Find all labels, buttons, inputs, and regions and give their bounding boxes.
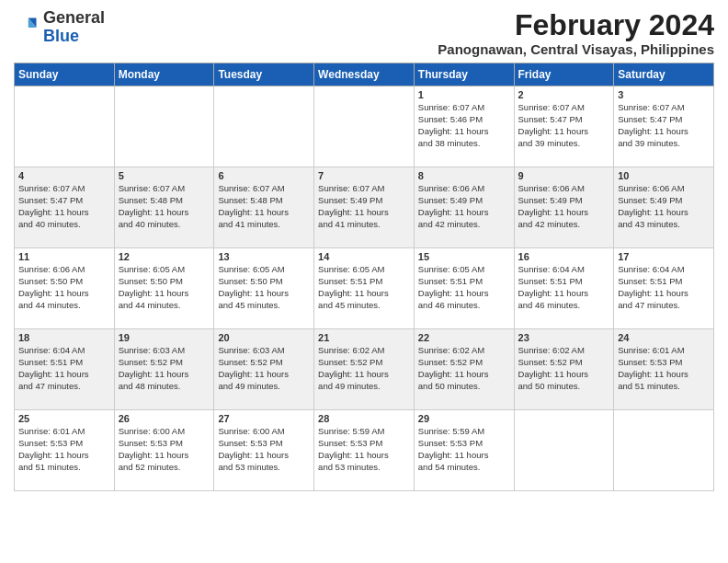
weekday-header-row: SundayMondayTuesdayWednesdayThursdayFrid… xyxy=(15,63,714,86)
calendar-day-cell: 24Sunrise: 6:01 AM Sunset: 5:53 PM Dayli… xyxy=(614,329,714,410)
day-number: 8 xyxy=(418,170,510,181)
day-number: 14 xyxy=(318,251,410,262)
day-info: Sunrise: 6:02 AM Sunset: 5:52 PM Dayligh… xyxy=(318,345,410,392)
logo-icon xyxy=(14,15,40,40)
day-info: Sunrise: 6:07 AM Sunset: 5:48 PM Dayligh… xyxy=(119,183,210,230)
day-info: Sunrise: 6:03 AM Sunset: 5:52 PM Dayligh… xyxy=(218,345,310,392)
day-info: Sunrise: 6:01 AM Sunset: 5:53 PM Dayligh… xyxy=(618,345,710,392)
day-number: 26 xyxy=(119,413,210,424)
day-info: Sunrise: 6:03 AM Sunset: 5:52 PM Dayligh… xyxy=(119,345,210,392)
weekday-header-cell: Friday xyxy=(514,63,614,86)
page-header: General Blue February 2024 Panognawan, C… xyxy=(14,9,714,57)
day-info: Sunrise: 6:06 AM Sunset: 5:49 PM Dayligh… xyxy=(418,183,510,230)
day-info: Sunrise: 5:59 AM Sunset: 5:53 PM Dayligh… xyxy=(418,426,510,473)
calendar-day-cell: 17Sunrise: 6:04 AM Sunset: 5:51 PM Dayli… xyxy=(614,248,714,329)
weekday-header-cell: Tuesday xyxy=(214,63,314,86)
logo: General Blue xyxy=(14,9,105,46)
calendar-day-cell: 23Sunrise: 6:02 AM Sunset: 5:52 PM Dayli… xyxy=(514,329,614,410)
calendar-week-row: 4Sunrise: 6:07 AM Sunset: 5:47 PM Daylig… xyxy=(15,167,714,248)
day-info: Sunrise: 6:02 AM Sunset: 5:52 PM Dayligh… xyxy=(418,345,510,392)
day-info: Sunrise: 6:07 AM Sunset: 5:49 PM Dayligh… xyxy=(318,183,410,230)
calendar-day-cell: 16Sunrise: 6:04 AM Sunset: 5:51 PM Dayli… xyxy=(514,248,614,329)
calendar-day-cell: 14Sunrise: 6:05 AM Sunset: 5:51 PM Dayli… xyxy=(314,248,415,329)
calendar-week-row: 1Sunrise: 6:07 AM Sunset: 5:46 PM Daylig… xyxy=(15,86,714,167)
calendar-day-cell: 18Sunrise: 6:04 AM Sunset: 5:51 PM Dayli… xyxy=(15,329,115,410)
title-area: February 2024 Panognawan, Central Visaya… xyxy=(438,9,714,57)
weekday-header-cell: Sunday xyxy=(15,63,115,86)
day-info: Sunrise: 6:07 AM Sunset: 5:47 PM Dayligh… xyxy=(518,102,610,149)
calendar-table: SundayMondayTuesdayWednesdayThursdayFrid… xyxy=(14,63,714,491)
calendar-day-cell: 8Sunrise: 6:06 AM Sunset: 5:49 PM Daylig… xyxy=(414,167,514,248)
calendar-week-row: 25Sunrise: 6:01 AM Sunset: 5:53 PM Dayli… xyxy=(15,410,714,491)
weekday-header-cell: Saturday xyxy=(614,63,714,86)
day-number: 19 xyxy=(119,332,210,343)
calendar-day-cell: 6Sunrise: 6:07 AM Sunset: 5:48 PM Daylig… xyxy=(214,167,314,248)
calendar-day-cell: 9Sunrise: 6:06 AM Sunset: 5:49 PM Daylig… xyxy=(514,167,614,248)
calendar-day-cell: 21Sunrise: 6:02 AM Sunset: 5:52 PM Dayli… xyxy=(314,329,415,410)
calendar-day-cell: 26Sunrise: 6:00 AM Sunset: 5:53 PM Dayli… xyxy=(114,410,214,491)
day-number: 17 xyxy=(618,251,710,262)
calendar-day-cell xyxy=(514,410,614,491)
day-number: 23 xyxy=(518,332,610,343)
calendar-day-cell: 4Sunrise: 6:07 AM Sunset: 5:47 PM Daylig… xyxy=(15,167,115,248)
calendar-day-cell: 12Sunrise: 6:05 AM Sunset: 5:50 PM Dayli… xyxy=(114,248,214,329)
calendar-day-cell: 22Sunrise: 6:02 AM Sunset: 5:52 PM Dayli… xyxy=(414,329,514,410)
calendar-day-cell xyxy=(214,86,314,167)
day-info: Sunrise: 5:59 AM Sunset: 5:53 PM Dayligh… xyxy=(318,426,410,473)
calendar-day-cell: 25Sunrise: 6:01 AM Sunset: 5:53 PM Dayli… xyxy=(15,410,115,491)
day-number: 13 xyxy=(218,251,310,262)
calendar-day-cell: 1Sunrise: 6:07 AM Sunset: 5:46 PM Daylig… xyxy=(414,86,514,167)
month-title: February 2024 xyxy=(438,9,714,41)
day-number: 24 xyxy=(618,332,710,343)
day-number: 2 xyxy=(518,89,610,100)
day-number: 15 xyxy=(418,251,510,262)
day-number: 28 xyxy=(318,413,410,424)
day-info: Sunrise: 6:07 AM Sunset: 5:46 PM Dayligh… xyxy=(418,102,510,149)
day-number: 25 xyxy=(18,413,110,424)
calendar-day-cell xyxy=(614,410,714,491)
day-number: 10 xyxy=(618,170,710,181)
calendar-day-cell: 15Sunrise: 6:05 AM Sunset: 5:51 PM Dayli… xyxy=(414,248,514,329)
day-info: Sunrise: 6:07 AM Sunset: 5:47 PM Dayligh… xyxy=(18,183,110,230)
day-number: 7 xyxy=(318,170,410,181)
day-number: 27 xyxy=(218,413,310,424)
day-number: 16 xyxy=(518,251,610,262)
calendar-day-cell: 19Sunrise: 6:03 AM Sunset: 5:52 PM Dayli… xyxy=(114,329,214,410)
day-number: 12 xyxy=(119,251,210,262)
weekday-header-cell: Monday xyxy=(114,63,214,86)
calendar-day-cell: 3Sunrise: 6:07 AM Sunset: 5:47 PM Daylig… xyxy=(614,86,714,167)
day-number: 9 xyxy=(518,170,610,181)
day-info: Sunrise: 6:04 AM Sunset: 5:51 PM Dayligh… xyxy=(18,345,110,392)
calendar-day-cell xyxy=(15,86,115,167)
weekday-header-cell: Thursday xyxy=(414,63,514,86)
calendar-day-cell: 5Sunrise: 6:07 AM Sunset: 5:48 PM Daylig… xyxy=(114,167,214,248)
day-number: 11 xyxy=(18,251,110,262)
day-info: Sunrise: 6:06 AM Sunset: 5:49 PM Dayligh… xyxy=(618,183,710,230)
day-number: 6 xyxy=(218,170,310,181)
weekday-header-cell: Wednesday xyxy=(314,63,415,86)
calendar-day-cell xyxy=(314,86,415,167)
calendar-day-cell xyxy=(114,86,214,167)
calendar-day-cell: 11Sunrise: 6:06 AM Sunset: 5:50 PM Dayli… xyxy=(15,248,115,329)
day-info: Sunrise: 6:04 AM Sunset: 5:51 PM Dayligh… xyxy=(618,264,710,311)
day-info: Sunrise: 6:04 AM Sunset: 5:51 PM Dayligh… xyxy=(518,264,610,311)
calendar-day-cell: 13Sunrise: 6:05 AM Sunset: 5:50 PM Dayli… xyxy=(214,248,314,329)
calendar-day-cell: 10Sunrise: 6:06 AM Sunset: 5:49 PM Dayli… xyxy=(614,167,714,248)
day-info: Sunrise: 6:05 AM Sunset: 5:51 PM Dayligh… xyxy=(318,264,410,311)
calendar-day-cell: 27Sunrise: 6:00 AM Sunset: 5:53 PM Dayli… xyxy=(214,410,314,491)
day-number: 1 xyxy=(418,89,510,100)
day-info: Sunrise: 6:06 AM Sunset: 5:50 PM Dayligh… xyxy=(18,264,110,311)
day-info: Sunrise: 6:07 AM Sunset: 5:48 PM Dayligh… xyxy=(218,183,310,230)
calendar-week-row: 18Sunrise: 6:04 AM Sunset: 5:51 PM Dayli… xyxy=(15,329,714,410)
day-number: 22 xyxy=(418,332,510,343)
day-number: 4 xyxy=(18,170,110,181)
day-info: Sunrise: 6:05 AM Sunset: 5:51 PM Dayligh… xyxy=(418,264,510,311)
day-info: Sunrise: 6:07 AM Sunset: 5:47 PM Dayligh… xyxy=(618,102,710,149)
day-number: 3 xyxy=(618,89,710,100)
day-number: 29 xyxy=(418,413,510,424)
day-info: Sunrise: 6:00 AM Sunset: 5:53 PM Dayligh… xyxy=(119,426,210,473)
day-number: 21 xyxy=(318,332,410,343)
logo-text: General Blue xyxy=(43,9,105,46)
day-info: Sunrise: 6:05 AM Sunset: 5:50 PM Dayligh… xyxy=(218,264,310,311)
day-info: Sunrise: 6:05 AM Sunset: 5:50 PM Dayligh… xyxy=(119,264,210,311)
